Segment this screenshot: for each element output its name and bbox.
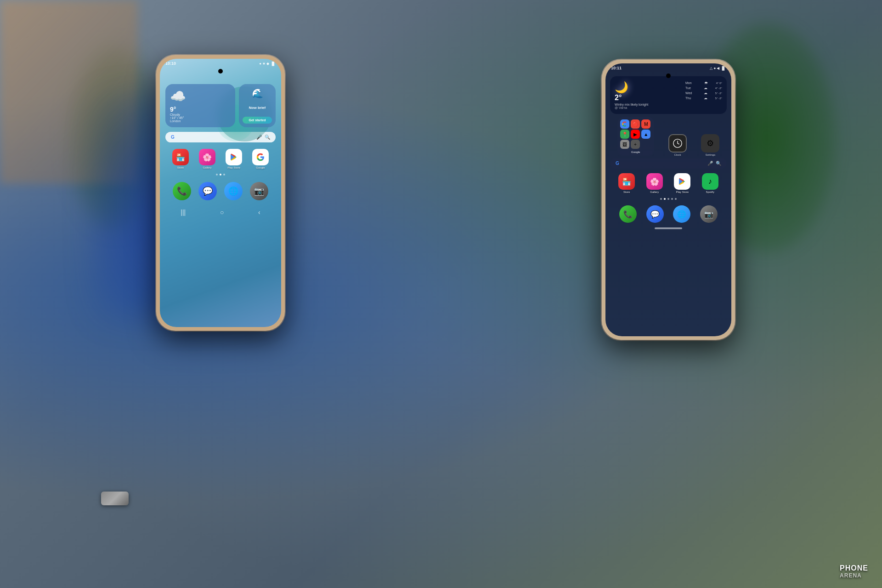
home-indicator[interactable] xyxy=(655,227,682,229)
watermark-line2: ARENA xyxy=(840,572,868,579)
settings-app[interactable]: ⚙ Settings xyxy=(701,134,719,156)
store-icon-left: 🏪 xyxy=(172,149,189,165)
dot-1 xyxy=(216,174,218,175)
dot-2 xyxy=(220,174,221,175)
dock-messages-left[interactable]: 💬 xyxy=(198,182,217,200)
status-time-left: 10:10 xyxy=(165,61,176,66)
dock-camera-left[interactable]: 📷 xyxy=(250,182,268,200)
watermark-line1: PHONE xyxy=(840,564,868,572)
app-grid-left: 🏪 Store 🌸 Gallery Play Store xyxy=(160,147,281,171)
clock-label: Clock xyxy=(674,153,681,156)
weather-temp-right: 2° xyxy=(615,94,682,102)
app-store-right[interactable]: 🏪 Store xyxy=(616,173,637,193)
app-playstore-left[interactable]: Play Store xyxy=(223,149,244,169)
status-bar-left: 10:10 ● ★ ◆ ▐▌ xyxy=(160,59,281,68)
google-g-right: G xyxy=(616,161,619,166)
weather-widget-left[interactable]: ☁️ 9° Cloudy ↑10° / 45° London xyxy=(165,84,235,127)
store-label-right: Store xyxy=(623,191,630,193)
nav-recents-left[interactable]: ‹ xyxy=(258,209,260,216)
forecast-mon: Mon 🌧 4° 0° xyxy=(685,81,722,85)
store-label-left: Store xyxy=(177,166,184,169)
widget-row-left: ☁️ 9° Cloudy ↑10° / 45° London 🌊 Now bri… xyxy=(160,84,281,127)
weather-card-right[interactable]: 🌙 2° Wintry mix likely tonight @ Varna M… xyxy=(610,76,727,114)
spotify-label-right: Spotify xyxy=(706,191,714,193)
watch xyxy=(101,492,129,505)
dock-phone-left[interactable]: 📞 xyxy=(173,182,191,200)
spotify-icon-right: ♪ xyxy=(702,173,718,190)
gallery-label-right: Gallery xyxy=(650,191,659,193)
google-folder[interactable]: 🔴 M 📍 ▶ ▲ 🖼 + Google xyxy=(617,117,654,156)
nav-back-left[interactable]: ||| xyxy=(181,209,186,216)
google-g-left: G xyxy=(171,135,175,140)
dot-r4 xyxy=(671,198,673,200)
playstore-icon-right xyxy=(674,173,690,190)
forecast-thu: Thu ☁ 5° -2° xyxy=(685,96,722,100)
dot-r3 xyxy=(667,198,669,200)
phone-right: 10:11 △ ● ◀ ▐▌ 🌙 2° Wintry mix likely to… xyxy=(602,60,735,340)
forecast-tue: Tue ☁ 4° -2° xyxy=(685,86,722,90)
punch-hole-right xyxy=(666,74,671,78)
store-icon-right: 🏪 xyxy=(618,173,635,190)
gallery-icon-left: 🌸 xyxy=(199,149,215,165)
dot-r5 xyxy=(675,198,677,200)
clock-app[interactable]: Clock xyxy=(668,134,687,156)
playstore-label-right: Play Store xyxy=(676,191,689,193)
folder-grid: 🔴 M 📍 ▶ ▲ 🖼 + xyxy=(620,119,651,149)
weather-city-left: London xyxy=(170,119,231,123)
folder-photos-icon: 🖼 xyxy=(620,140,629,149)
app-playstore-right[interactable]: Play Store xyxy=(672,173,693,193)
dock-messages-right[interactable]: 💬 xyxy=(646,205,664,223)
folder-drive-icon: ▲ xyxy=(641,130,650,139)
weather-desc-right: Wintry mix likely tonight xyxy=(615,103,682,106)
weather-desc-left: Cloudy xyxy=(170,113,231,116)
mic-icon-right[interactable]: 🎤 xyxy=(707,161,713,166)
bottom-dock-right: 📞 💬 🌐 📷 xyxy=(605,203,731,226)
dock-camera-right[interactable]: 📷 xyxy=(700,205,718,223)
phone-left-screen: 10:10 ● ★ ◆ ▐▌ ☁️ 9° Cloudy ↑10° / 45° L… xyxy=(160,59,281,327)
weather-forecast-right: Mon 🌧 4° 0° Tue ☁ 4° -2° Wed ☁ 5° -2° xyxy=(685,81,722,109)
dock-phone-right[interactable]: 📞 xyxy=(619,205,637,223)
get-started-button[interactable]: Get started xyxy=(243,117,272,124)
nav-home-left[interactable]: ○ xyxy=(220,209,224,216)
search-bar-right[interactable]: G 🎤 🔍 xyxy=(610,158,727,169)
dock-browser-left[interactable]: 🌐 xyxy=(224,182,243,200)
app-gallery-left[interactable]: 🌸 Gallery xyxy=(197,149,218,169)
nav-bar-left: ||| ○ ‹ xyxy=(160,205,281,220)
status-bar-right: 10:11 △ ● ◀ ▐▌ xyxy=(605,63,731,73)
folder-chrome-icon: 🔴 xyxy=(631,119,640,129)
folder-g-icon xyxy=(620,119,629,129)
weather-location-right: @ Varna xyxy=(615,106,682,109)
now-brief-label: Now brief xyxy=(249,106,266,110)
weather-icon-left: ☁️ xyxy=(170,89,231,104)
screen-left-content: 10:10 ● ★ ◆ ▐▌ ☁️ 9° Cloudy ↑10° / 45° L… xyxy=(160,59,281,327)
lens-icon-left[interactable]: 🔍 xyxy=(265,135,270,140)
settings-icon: ⚙ xyxy=(701,134,719,153)
page-dots-left xyxy=(160,174,281,175)
folder-extra-icon: + xyxy=(631,140,640,149)
status-time-right: 10:11 xyxy=(611,66,622,70)
now-brief-widget[interactable]: 🌊 Now brief Get started xyxy=(239,84,276,127)
app-gallery-right[interactable]: 🌸 Gallery xyxy=(644,173,665,193)
bottom-dock-left: 📞 💬 🌐 📷 xyxy=(160,178,281,204)
app-store-left[interactable]: 🏪 Store xyxy=(170,149,191,169)
folder-gmail-icon: M xyxy=(641,119,650,129)
now-brief-icon: 🌊 xyxy=(252,88,263,99)
dot-r1 xyxy=(660,198,662,200)
google-label-left: Google xyxy=(256,166,265,169)
weather-info-right: 🌙 2° Wintry mix likely tonight @ Varna xyxy=(615,81,682,109)
phone-right-screen: 10:11 △ ● ◀ ▐▌ 🌙 2° Wintry mix likely to… xyxy=(605,63,731,336)
bottom-nav-right xyxy=(605,227,731,229)
app-google-left[interactable]: Google xyxy=(250,149,271,169)
watermark: PHONE ARENA xyxy=(840,564,868,579)
status-icons-left: ● ★ ◆ ▐▌ xyxy=(259,62,276,66)
folder-youtube-icon: ▶ xyxy=(631,130,640,139)
dot-r2 xyxy=(664,198,666,200)
app-spotify-right[interactable]: ♪ Spotify xyxy=(700,173,721,193)
dot-3 xyxy=(223,174,225,175)
gallery-label-left: Gallery xyxy=(203,166,211,169)
dock-browser-right[interactable]: 🌐 xyxy=(673,205,690,223)
folder-maps-icon: 📍 xyxy=(620,130,629,139)
phone-left: 10:10 ● ★ ◆ ▐▌ ☁️ 9° Cloudy ↑10° / 45° L… xyxy=(156,55,285,331)
lens-icon-right[interactable]: 🔍 xyxy=(716,161,721,166)
weather-range-left: ↑10° / 45° xyxy=(170,116,231,119)
